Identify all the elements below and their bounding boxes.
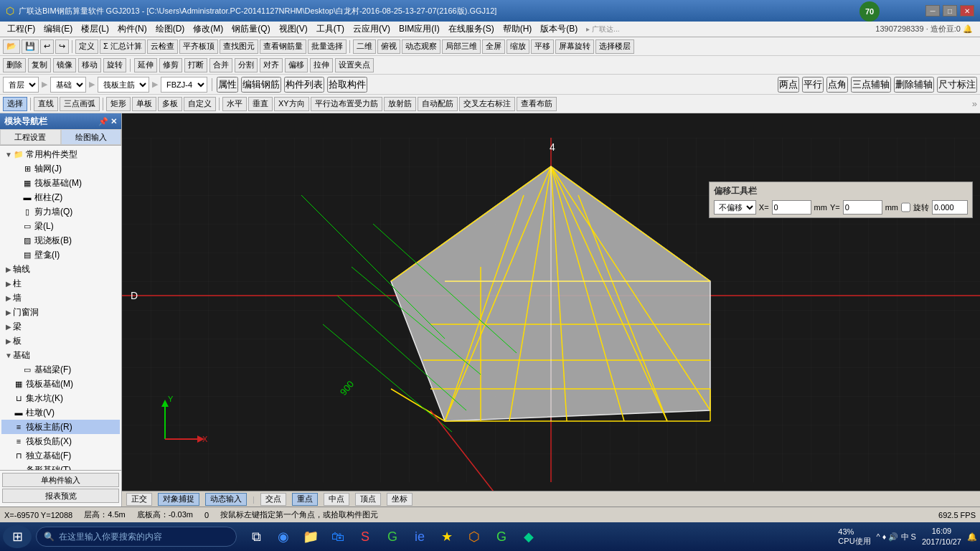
flat-top-button[interactable]: 平齐板顶 bbox=[179, 39, 218, 54]
select-floor-button[interactable]: 选择楼层 bbox=[595, 39, 634, 54]
extend-button[interactable]: 延伸 bbox=[134, 58, 157, 72]
2d-button[interactable]: 二维 bbox=[353, 39, 376, 54]
menu-item-view[interactable]: 视图(V) bbox=[275, 22, 312, 36]
delete-aux-button[interactable]: 删除辅轴 bbox=[894, 77, 934, 93]
top-view-button[interactable]: 俯视 bbox=[377, 39, 400, 54]
menu-item-cloud[interactable]: 云应用(V) bbox=[349, 22, 395, 36]
tree-item-beam[interactable]: ▭ 梁(L) bbox=[1, 219, 120, 233]
tree-group-axis[interactable]: ▶ 轴线 bbox=[1, 262, 120, 276]
panel-close-icon[interactable]: 📌 ✕ bbox=[98, 117, 117, 126]
tb-save-button[interactable]: 💾 bbox=[22, 39, 39, 54]
trim-button[interactable]: 修剪 bbox=[159, 58, 182, 72]
define-button[interactable]: 定义 bbox=[75, 39, 98, 54]
app7-icon[interactable]: ◆ bbox=[517, 524, 541, 549]
tb-open-button[interactable]: 📂 bbox=[3, 39, 20, 54]
tree-item-raft-neg-rebar[interactable]: ≡ 筏板负筋(X) bbox=[1, 434, 120, 448]
file-explorer-icon[interactable]: 📁 bbox=[298, 524, 323, 549]
fullscreen-button[interactable]: 全屏 bbox=[482, 39, 505, 54]
menu-item-online[interactable]: 在线服务(S) bbox=[444, 22, 499, 36]
notification-button[interactable]: 🔔 bbox=[967, 532, 977, 542]
single-component-button[interactable]: 单构件输入 bbox=[2, 473, 119, 487]
parallel-button[interactable]: 平行 bbox=[802, 77, 824, 93]
component-select[interactable]: 筏板主筋 bbox=[98, 77, 149, 93]
stretch-button[interactable]: 拉伸 bbox=[310, 58, 333, 72]
menu-item-version[interactable]: 版本号(B) bbox=[536, 22, 582, 36]
menu-item-modify[interactable]: 修改(M) bbox=[189, 22, 227, 36]
tree-item-shearwall[interactable]: ▯ 剪力墙(Q) bbox=[1, 204, 120, 219]
app2-icon[interactable]: G bbox=[380, 524, 405, 549]
cross-lr-button[interactable]: 交叉左右标注 bbox=[459, 97, 515, 111]
component-list-button[interactable]: 构件列表 bbox=[284, 77, 324, 93]
menu-item-draw[interactable]: 绘图(D) bbox=[151, 22, 189, 36]
parallel-edge-button[interactable]: 平行边布置受力筋 bbox=[311, 97, 382, 111]
object-snap-button[interactable]: 对象捕捉 bbox=[158, 493, 199, 506]
store-icon[interactable]: 🛍 bbox=[326, 524, 350, 549]
zoom-button[interactable]: 缩放 bbox=[507, 39, 529, 54]
menu-item-edit[interactable]: 编辑(E) bbox=[39, 22, 77, 36]
pick-component-button[interactable]: 拾取构件 bbox=[327, 77, 367, 93]
menu-item-floor[interactable]: 楼层(L) bbox=[77, 22, 113, 36]
tab-project-settings[interactable]: 工程设置 bbox=[0, 129, 61, 145]
rotate-button[interactable]: 旋转 bbox=[103, 58, 126, 72]
offset-mode-select[interactable]: 不偏移 bbox=[714, 200, 756, 215]
menu-item-component[interactable]: 构件(N) bbox=[113, 22, 151, 36]
tree-group-walls[interactable]: ▶ 墙 bbox=[1, 291, 120, 305]
vertex-button[interactable]: 顶点 bbox=[355, 493, 381, 506]
tree-group-beams[interactable]: ▶ 梁 bbox=[1, 319, 120, 334]
view-rebar-button[interactable]: 查看钢筋量 bbox=[260, 39, 306, 54]
taskview-icon[interactable]: ⧉ bbox=[244, 524, 268, 549]
tree-item-niche[interactable]: ▤ 壁龛(I) bbox=[1, 248, 120, 262]
arc-tool-button[interactable]: 三点画弧 bbox=[60, 97, 100, 111]
canvas-area[interactable]: 4 D bbox=[122, 113, 980, 507]
copy-button[interactable]: 复制 bbox=[28, 58, 51, 72]
menu-item-rebar[interactable]: 钢筋量(Q) bbox=[227, 22, 274, 36]
tree-item-raft-main-rebar[interactable]: ≡ 筏板主筋(R) bbox=[1, 420, 120, 434]
coordinate-button[interactable]: 坐标 bbox=[387, 493, 413, 506]
search-bar[interactable]: 🔍 在这里输入你要搜索的内容 bbox=[36, 527, 237, 547]
y-input[interactable] bbox=[843, 200, 882, 215]
merge-button[interactable]: 合并 bbox=[209, 58, 232, 72]
pan-button[interactable]: 平移 bbox=[531, 39, 554, 54]
local-3d-button[interactable]: 局部三维 bbox=[442, 39, 481, 54]
tree-item-isolated-foundation[interactable]: ⊓ 独立基础(F) bbox=[1, 448, 120, 463]
two-point-button[interactable]: 两点 bbox=[778, 77, 799, 93]
intersection-button[interactable]: 交点 bbox=[260, 493, 286, 506]
screen-rotate-button[interactable]: 屏幕旋转 bbox=[555, 39, 594, 54]
tree-group-openings[interactable]: ▶ 门窗洞 bbox=[1, 305, 120, 319]
edit-rebar-button[interactable]: 编辑钢筋 bbox=[241, 77, 281, 93]
cloud-check-button[interactable]: 云检查 bbox=[147, 39, 178, 54]
horizontal-button[interactable]: 水平 bbox=[222, 97, 247, 111]
align-button[interactable]: 对齐 bbox=[260, 58, 283, 72]
find-element-button[interactable]: 查找图元 bbox=[220, 39, 258, 54]
floor-select[interactable]: 首层 bbox=[3, 77, 39, 93]
tree-group-foundation[interactable]: ▼ 基础 bbox=[1, 348, 120, 362]
single-slab-button[interactable]: 单板 bbox=[132, 97, 156, 111]
x-input[interactable] bbox=[772, 200, 811, 215]
grip-button[interactable]: 设置夹点 bbox=[335, 58, 374, 72]
report-preview-button[interactable]: 报表预览 bbox=[2, 489, 119, 503]
tree-item-grid[interactable]: ⊞ 轴网(J) bbox=[1, 161, 120, 176]
midpoint-button[interactable]: 重点 bbox=[292, 493, 318, 506]
multi-slab-button[interactable]: 多板 bbox=[158, 97, 182, 111]
ortho-button[interactable]: 正交 bbox=[126, 493, 152, 506]
delete-button[interactable]: 删除 bbox=[3, 58, 26, 72]
view-layout-button[interactable]: 查看布筋 bbox=[517, 97, 557, 111]
mirror-button[interactable]: 镜像 bbox=[53, 58, 76, 72]
maximize-button[interactable]: □ bbox=[943, 5, 957, 17]
menu-item-help[interactable]: 帮助(H) bbox=[499, 22, 537, 36]
layer-select[interactable]: 基础 bbox=[50, 77, 86, 93]
vertical-button[interactable]: 垂直 bbox=[248, 97, 273, 111]
app6-icon[interactable]: G bbox=[489, 524, 514, 549]
rotate-input[interactable] bbox=[932, 200, 968, 215]
tree-item-col-cap[interactable]: ▬ 柱墩(V) bbox=[1, 405, 120, 420]
move-button[interactable]: 移动 bbox=[78, 58, 101, 72]
tree-item-column[interactable]: ▬ 框柱(Z) bbox=[1, 190, 120, 204]
app3-icon[interactable]: ie bbox=[407, 524, 432, 549]
tree-item-slab[interactable]: ▨ 现浇板(B) bbox=[1, 233, 120, 248]
edge-icon[interactable]: ◉ bbox=[271, 524, 296, 549]
batch-select-button[interactable]: 批量选择 bbox=[308, 39, 347, 54]
tree-item-raft2[interactable]: ▦ 筏板基础(M) bbox=[1, 377, 120, 391]
dim-button[interactable]: 尺寸标注 bbox=[937, 77, 977, 93]
app5-icon[interactable]: ⬡ bbox=[462, 524, 486, 549]
app4-icon[interactable]: ★ bbox=[435, 524, 459, 549]
